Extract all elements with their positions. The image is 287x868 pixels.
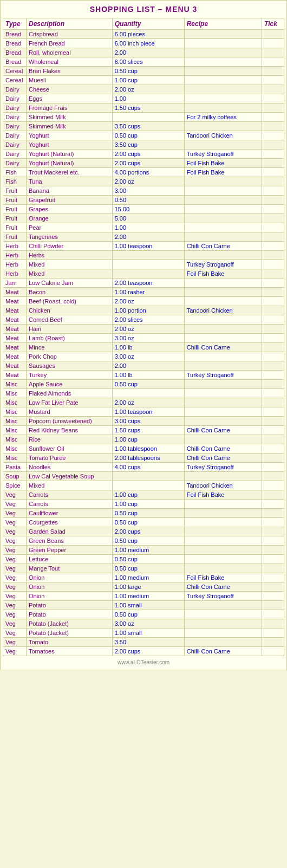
cell-tick[interactable]	[262, 85, 284, 94]
cell-tick[interactable]	[262, 113, 284, 122]
cell-tick[interactable]	[262, 582, 284, 592]
cell-tick[interactable]	[262, 361, 284, 371]
cell-tick[interactable]	[262, 94, 284, 103]
cell-tick[interactable]	[262, 186, 284, 196]
cell-tick[interactable]	[262, 140, 284, 150]
cell-quantity: 1.00 teaspoon	[112, 242, 184, 251]
cell-tick[interactable]	[262, 371, 284, 380]
cell-tick[interactable]	[262, 57, 284, 67]
cell-tick[interactable]	[262, 315, 284, 325]
cell-tick[interactable]	[262, 232, 284, 242]
cell-quantity: 0.50 cup	[112, 610, 184, 619]
cell-tick[interactable]	[262, 536, 284, 546]
cell-tick[interactable]	[262, 380, 284, 389]
cell-tick[interactable]	[262, 555, 284, 564]
cell-tick[interactable]	[262, 325, 284, 334]
cell-tick[interactable]	[262, 546, 284, 555]
cell-type: Misc	[3, 454, 27, 463]
cell-tick[interactable]	[262, 39, 284, 48]
table-row: VegGreen Pepper1.00 medium	[3, 546, 284, 555]
cell-tick[interactable]	[262, 518, 284, 527]
cell-type: Meat	[3, 371, 27, 380]
table-row: MiscRice1.00 cup	[3, 435, 284, 444]
cell-tick[interactable]	[262, 76, 284, 85]
cell-tick[interactable]	[262, 610, 284, 619]
cell-tick[interactable]	[262, 131, 284, 140]
cell-tick[interactable]	[262, 67, 284, 76]
cell-tick[interactable]	[262, 205, 284, 214]
cell-quantity	[112, 260, 184, 269]
page-title: SHOPPING LIST – MENU 3	[3, 5, 284, 14]
cell-tick[interactable]	[262, 398, 284, 407]
cell-tick[interactable]	[262, 278, 284, 288]
cell-tick[interactable]	[262, 444, 284, 454]
cell-description: Crispbread	[26, 30, 112, 39]
cell-tick[interactable]	[262, 242, 284, 251]
cell-tick[interactable]	[262, 619, 284, 629]
cell-tick[interactable]	[262, 334, 284, 343]
cell-tick[interactable]	[262, 223, 284, 232]
cell-tick[interactable]	[262, 150, 284, 159]
cell-tick[interactable]	[262, 472, 284, 481]
cell-tick[interactable]	[262, 500, 284, 509]
cell-tick[interactable]	[262, 389, 284, 398]
cell-tick[interactable]	[262, 122, 284, 131]
cell-recipe	[184, 140, 262, 150]
cell-tick[interactable]	[262, 407, 284, 417]
cell-tick[interactable]	[262, 260, 284, 269]
cell-quantity: 1.00 tablespoon	[112, 444, 184, 454]
cell-tick[interactable]	[262, 435, 284, 444]
cell-tick[interactable]	[262, 426, 284, 435]
cell-tick[interactable]	[262, 343, 284, 352]
cell-tick[interactable]	[262, 601, 284, 610]
table-row: MeatBacon1.00 rasher	[3, 288, 284, 297]
cell-recipe	[184, 67, 262, 76]
cell-tick[interactable]	[262, 214, 284, 223]
cell-description: Mixed	[26, 269, 112, 278]
cell-tick[interactable]	[262, 647, 284, 656]
cell-tick[interactable]	[262, 168, 284, 177]
cell-tick[interactable]	[262, 288, 284, 297]
cell-description: Tuna	[26, 177, 112, 186]
cell-tick[interactable]	[262, 196, 284, 205]
cell-tick[interactable]	[262, 573, 284, 582]
cell-tick[interactable]	[262, 251, 284, 260]
cell-type: Dairy	[3, 103, 27, 113]
cell-tick[interactable]	[262, 509, 284, 518]
cell-recipe	[184, 509, 262, 518]
cell-tick[interactable]	[262, 629, 284, 638]
cell-description: Noodles	[26, 463, 112, 472]
cell-tick[interactable]	[262, 269, 284, 278]
cell-tick[interactable]	[262, 463, 284, 472]
cell-tick[interactable]	[262, 306, 284, 315]
cell-recipe	[184, 297, 262, 306]
cell-tick[interactable]	[262, 177, 284, 186]
cell-tick[interactable]	[262, 48, 284, 57]
cell-recipe	[184, 500, 262, 509]
cell-tick[interactable]	[262, 638, 284, 647]
cell-description: Onion	[26, 573, 112, 582]
cell-tick[interactable]	[262, 481, 284, 490]
cell-type: Bread	[3, 48, 27, 57]
cell-tick[interactable]	[262, 454, 284, 463]
cell-type: Misc	[3, 444, 27, 454]
cell-tick[interactable]	[262, 417, 284, 426]
cell-tick[interactable]	[262, 30, 284, 39]
cell-tick[interactable]	[262, 592, 284, 601]
table-row: FruitGrapefruit0.50	[3, 196, 284, 205]
cell-tick[interactable]	[262, 159, 284, 168]
cell-tick[interactable]	[262, 103, 284, 113]
cell-quantity: 0.50 cup	[112, 555, 184, 564]
cell-tick[interactable]	[262, 527, 284, 536]
cell-tick[interactable]	[262, 564, 284, 573]
cell-type: Dairy	[3, 122, 27, 131]
cell-tick[interactable]	[262, 352, 284, 361]
cell-description: Sunflower Oil	[26, 444, 112, 454]
cell-description: Flaked Almonds	[26, 389, 112, 398]
cell-tick[interactable]	[262, 297, 284, 306]
table-row: VegCarrots1.00 cupFoil Fish Bake	[3, 490, 284, 500]
header-description: Description	[26, 18, 112, 30]
cell-tick[interactable]	[262, 490, 284, 500]
cell-description: Mixed	[26, 260, 112, 269]
cell-type: Herb	[3, 260, 27, 269]
